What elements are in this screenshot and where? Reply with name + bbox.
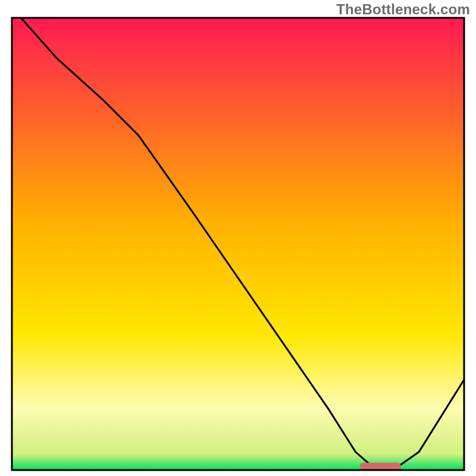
gradient-background <box>12 18 464 470</box>
bottleneck-chart <box>0 0 476 476</box>
chart-container: TheBottleneck.com <box>0 0 476 476</box>
watermark-text: TheBottleneck.com <box>336 1 470 18</box>
target-range-marker <box>360 463 400 470</box>
